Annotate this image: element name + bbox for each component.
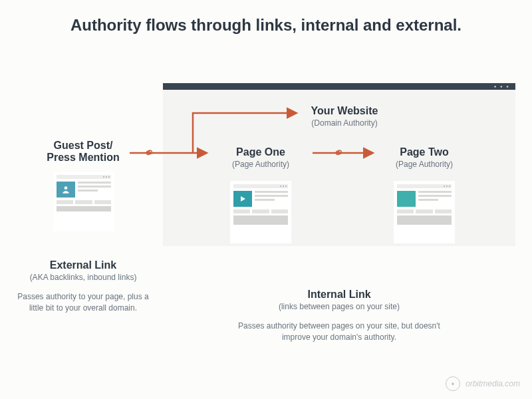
blank-icon — [397, 191, 416, 207]
footer-text: orbitmedia.com — [466, 379, 520, 388]
page-two-title: Page Two — [364, 146, 484, 158]
svg-point-2 — [65, 186, 68, 190]
page-one-card — [230, 181, 291, 243]
link-chain-icon: ⚭ — [142, 144, 158, 162]
internal-link-section: Internal Link (links between pages on yo… — [226, 289, 452, 343]
website-node: Your Website (Domain Authority) — [285, 105, 404, 128]
source-title: Guest Post/ Press Mention — [23, 140, 143, 163]
page-one-sub: (Page Authority) — [201, 160, 321, 169]
page-two-sub: (Page Authority) — [364, 160, 484, 169]
diagram-title: Authority flows through links, internal … — [0, 16, 532, 35]
external-title: External Link — [17, 259, 150, 271]
page-two-card — [394, 181, 455, 243]
website-sub: (Domain Authority) — [285, 118, 404, 128]
internal-sub: (links between pages on your site) — [226, 302, 452, 311]
website-title: Your Website — [285, 105, 404, 117]
logo-icon: ● — [446, 376, 460, 391]
page-two-node: Page Two (Page Authority) — [364, 146, 484, 169]
page-one-title: Page One — [201, 146, 321, 158]
footer-attribution: ● orbitmedia.com — [446, 376, 520, 391]
page-one-node: Page One (Page Authority) — [201, 146, 321, 169]
internal-title: Internal Link — [226, 289, 452, 301]
source-card — [53, 172, 114, 231]
external-desc: Passes authority to your page, plus a li… — [17, 291, 150, 314]
person-icon — [57, 182, 75, 198]
diagram-canvas: ⚭ ⚭ Guest Post/ Press Mention Your Websi… — [0, 53, 532, 359]
internal-desc: Passes authority between pages on your s… — [226, 321, 452, 343]
external-link-section: External Link (AKA backlinks, inbound li… — [17, 259, 150, 314]
play-icon — [233, 191, 252, 207]
external-sub: (AKA backlinks, inbound links) — [17, 273, 150, 282]
source-node: Guest Post/ Press Mention — [23, 140, 143, 163]
